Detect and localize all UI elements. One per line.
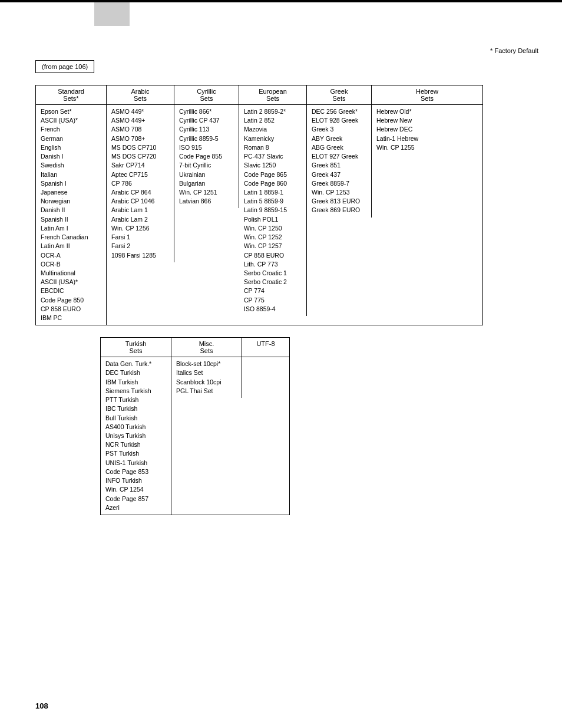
list-item: Arabic CP 1046 [111,197,169,206]
list-item: Unisys Turkish [105,431,166,440]
list-item: Greek 813 EURO [312,197,366,206]
list-item: German [41,134,101,143]
list-item: IBC Turkish [105,404,166,413]
list-item: French Canadian [41,233,101,242]
list-item: Win. CP 1250 [244,224,302,233]
list-item: Greek 8859-7 [312,179,366,188]
arabic-sets-content: ASMO 449*ASMO 449+ASMO 708ASMO 708+MS DO… [107,105,174,262]
utf8-content [242,357,289,362]
list-item: Greek 437 [312,170,366,179]
header-hebrew-sets: Hebrew Sets [372,85,482,104]
list-item: PTT Turkish [105,396,166,404]
list-item: Cyrillic 866* [179,107,234,116]
list-item: INFO Turkish [105,476,166,485]
list-item: Italian [41,170,101,179]
list-item: English [41,143,101,152]
list-item: Farsi 2 [111,242,169,251]
standard-sets-content: Epson Set*ASCII (USA)*FrenchGermanEnglis… [36,105,107,325]
main-table-content: Epson Set*ASCII (USA)*FrenchGermanEnglis… [36,105,482,325]
list-item: Siemens Turkish [105,387,166,396]
list-item: DEC 256 Greek* [312,107,366,116]
list-item: Spanish I [41,179,101,188]
list-item: Roman 8 [244,143,302,152]
list-item: Block-set 10cpi* [176,360,237,368]
turkish-sets-content: Data Gen. Turk.*DEC TurkishIBM TurkishSi… [101,357,171,515]
misc-sets-content: Block-set 10cpi*Italics SetScanblock 10c… [171,357,242,398]
factory-default-note: * Factory Default [35,47,538,54]
list-item: MS DOS CP710 [111,143,169,152]
list-item: French [41,125,101,134]
list-item: ASMO 708 [111,125,169,134]
list-item: CP 774 [244,286,302,295]
list-item: Serbo Croatic 2 [244,278,302,286]
header-misc-sets: Misc. Sets [171,338,242,357]
header-arabic-sets: Arabic Sets [107,85,174,104]
greek-sets-content: DEC 256 Greek*ELOT 928 GreekGreek 3ABY G… [307,105,372,218]
bottom-character-sets-table: Turkish Sets Misc. Sets UTF-8 Data Gen. … [100,337,290,515]
list-item: Greek 869 EURO [312,206,366,215]
list-item: Cyrillic CP 437 [179,116,234,125]
list-item: CP 786 [111,179,169,188]
main-table-headers: Standard Sets* Arabic Sets Cyrillic Sets… [36,85,482,105]
list-item: ABY Greek [312,134,366,143]
list-item: Spanish II [41,215,101,224]
list-item: ISO 8859-4 [244,305,302,314]
list-item: Ukrainian [179,170,234,179]
list-item: Norwegian [41,197,101,206]
header-european-sets: European Sets [239,85,307,104]
bottom-table-content: Data Gen. Turk.*DEC TurkishIBM TurkishSi… [101,357,289,515]
list-item: DEC Turkish [105,368,166,377]
header-standard-sets: Standard Sets* [36,85,107,104]
list-item: Greek 851 [312,161,366,170]
header-turkish-sets: Turkish Sets [101,338,171,357]
list-item: Greek 3 [312,125,366,134]
list-item: PGL Thai Set [176,387,237,396]
list-item: OCR-B [41,260,101,269]
list-item: ASMO 708+ [111,134,169,143]
list-item: Polish POL1 [244,215,302,224]
list-item: Hebrew Old* [376,107,478,116]
from-page-reference: (from page 106) [35,60,94,73]
page-container: * Factory Default (from page 106) Standa… [0,0,562,728]
list-item: ELOT 928 Greek [312,116,366,125]
list-item: Code Page 850 [41,296,101,305]
list-item: Latin Am I [41,224,101,233]
list-item: Win. CP 1255 [376,143,478,152]
list-item: Farsi 1 [111,233,169,242]
list-item: Win. CP 1254 [105,485,166,494]
list-item: Cyrillic 8859-5 [179,134,234,143]
list-item: Data Gen. Turk.* [105,360,166,368]
list-item: Hebrew DEC [376,125,478,134]
list-item: Code Page 857 [105,495,166,503]
list-item: Epson Set* [41,107,101,116]
list-item: Win. CP 1251 [179,188,234,197]
list-item: Bull Turkish [105,414,166,423]
top-tab [94,2,130,26]
list-item: IBM Turkish [105,378,166,387]
list-item: Danish I [41,152,101,161]
bottom-table-headers: Turkish Sets Misc. Sets UTF-8 [101,338,289,357]
list-item: Latin 2 8859-2* [244,107,302,116]
list-item: MS DOS CP720 [111,152,169,161]
list-item: ABG Greek [312,143,366,152]
list-item: Multinational [41,269,101,278]
european-sets-content: Latin 2 8859-2*Latin 2 852MazoviaKamenic… [239,105,307,316]
list-item: Kamenicky [244,134,302,143]
list-item: Japanese [41,188,101,197]
list-item: Win. CP 1252 [244,233,302,242]
header-cyrillic-sets: Cyrillic Sets [174,85,239,104]
list-item: Arabic CP 864 [111,188,169,197]
list-item: EBCDIC [41,286,101,295]
list-item: Mazovia [244,125,302,134]
list-item: Latin 2 852 [244,116,302,125]
list-item: 7-bit Cyrillic [179,161,234,170]
list-item: Latin 9 8859-15 [244,206,302,215]
header-greek-sets: Greek Sets [307,85,372,104]
list-item: Sakr CP714 [111,161,169,170]
list-item: Bulgarian [179,179,234,188]
list-item: Latin-1 Hebrew [376,134,478,143]
list-item: AS400 Turkish [105,423,166,431]
list-item: PC-437 Slavic [244,152,302,161]
list-item: Latin Am II [41,242,101,251]
list-item: OCR-A [41,251,101,260]
